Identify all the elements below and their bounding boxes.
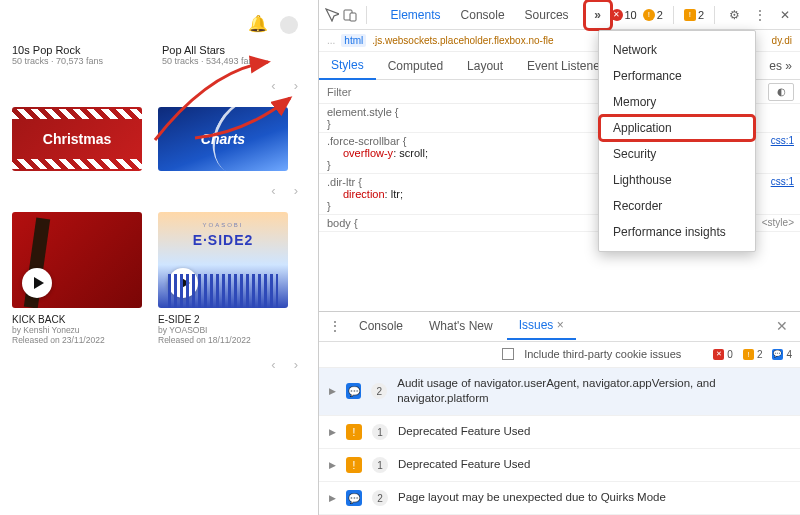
issue-text: Page layout may be unexpected due to Qui… bbox=[398, 490, 666, 506]
issue-row[interactable]: ▶!1Deprecated Feature Used bbox=[319, 449, 800, 482]
issue-count: 2 bbox=[371, 383, 387, 399]
disclosure-triangle-icon[interactable]: ▶ bbox=[329, 427, 336, 437]
play-button[interactable] bbox=[168, 268, 198, 298]
issue-badge-icon: 💬 bbox=[346, 490, 362, 506]
album-artist: by Kenshi Yonezu bbox=[12, 325, 142, 335]
prev-icon[interactable]: ‹ bbox=[271, 183, 275, 198]
inspect-icon[interactable] bbox=[325, 7, 339, 23]
devtools-pane: Elements Console Sources » ✕10 !2 !2 ⚙ ⋮… bbox=[318, 0, 800, 515]
close-icon[interactable]: ✕ bbox=[776, 8, 794, 22]
overflow-item-recorder[interactable]: Recorder bbox=[599, 193, 755, 219]
drawer-tab-console[interactable]: Console bbox=[347, 313, 415, 339]
overflow-item-performance[interactable]: Performance bbox=[599, 63, 755, 89]
bell-icon[interactable]: 🔔 bbox=[248, 15, 268, 32]
disclosure-triangle-icon[interactable]: ▶ bbox=[329, 493, 336, 503]
tabs-overflow-menu: NetworkPerformanceMemoryApplicationSecur… bbox=[598, 30, 756, 252]
issue-text: Deprecated Feature Used bbox=[398, 457, 530, 473]
error-count[interactable]: ✕10 bbox=[611, 9, 637, 21]
issue-text: Audit usage of navigator.userAgent, navi… bbox=[397, 376, 790, 407]
drawer-kebab-icon[interactable]: ⋮ bbox=[325, 319, 345, 333]
play-button[interactable] bbox=[22, 268, 52, 298]
issue-row[interactable]: ▶💬2Page layout may be unexpected due to … bbox=[319, 482, 800, 515]
svg-rect-1 bbox=[350, 13, 356, 21]
collection-sub: 50 tracks · 534,493 fans bbox=[162, 56, 282, 66]
collection-item[interactable]: Pop All Stars 50 tracks · 534,493 fans bbox=[162, 44, 282, 66]
card-label: Charts bbox=[201, 131, 245, 147]
issue-row[interactable]: ▶💬2Audit usage of navigator.userAgent, n… bbox=[319, 368, 800, 416]
device-icon[interactable] bbox=[343, 7, 357, 23]
close-tab-icon[interactable]: × bbox=[557, 318, 564, 332]
issue-row[interactable]: ▶!1Deprecated Feature Used bbox=[319, 416, 800, 449]
include-3p-checkbox[interactable] bbox=[502, 348, 514, 360]
next-icon[interactable]: › bbox=[294, 183, 298, 198]
tab-sources[interactable]: Sources bbox=[515, 2, 579, 28]
issue-badge-icon: ! bbox=[346, 457, 362, 473]
collection-title: Pop All Stars bbox=[162, 44, 282, 56]
music-app-pane: 🔔 10s Pop Rock 50 tracks · 70,573 fans P… bbox=[0, 0, 318, 515]
collection-item[interactable]: 10s Pop Rock 50 tracks · 70,573 fans bbox=[12, 44, 132, 66]
kebab-icon[interactable]: ⋮ bbox=[750, 8, 770, 22]
overflow-item-network[interactable]: Network bbox=[599, 37, 755, 63]
include-3p-label: Include third-party cookie issues bbox=[524, 348, 681, 360]
cover-title: E·SIDE2 bbox=[158, 232, 288, 248]
tab-console[interactable]: Console bbox=[451, 2, 515, 28]
drawer-tab-whatsnew[interactable]: What's New bbox=[417, 313, 505, 339]
overflow-item-lighthouse[interactable]: Lighthouse bbox=[599, 167, 755, 193]
devtools-topbar: Elements Console Sources » ✕10 !2 !2 ⚙ ⋮… bbox=[319, 0, 800, 30]
card-christmas[interactable]: Christmas bbox=[12, 107, 142, 171]
breadcrumb-selected: html bbox=[341, 34, 366, 47]
issue-text: Deprecated Feature Used bbox=[398, 424, 530, 440]
prev-icon[interactable]: ‹ bbox=[271, 357, 275, 372]
warning-count[interactable]: !2 bbox=[643, 9, 663, 21]
album-title: E-SIDE 2 bbox=[158, 314, 288, 325]
issue-count: 1 bbox=[372, 457, 388, 473]
disclosure-triangle-icon[interactable]: ▶ bbox=[329, 460, 336, 470]
next-icon[interactable]: › bbox=[294, 357, 298, 372]
album-artist: by YOASOBI bbox=[158, 325, 288, 335]
album-eside[interactable]: YOASOBI E·SIDE2 E-SIDE 2 by YOASOBI Rele… bbox=[158, 212, 288, 345]
card-label: Christmas bbox=[43, 131, 111, 147]
album-kickback[interactable]: KICK BACK by Kenshi Yonezu Released on 2… bbox=[12, 212, 142, 345]
issues-yellow-count[interactable]: !2 bbox=[743, 349, 763, 360]
hov-toggle[interactable]: ◐ bbox=[768, 83, 794, 101]
tab-styles[interactable]: Styles bbox=[319, 52, 376, 80]
tabs-overflow-button[interactable]: » bbox=[589, 5, 607, 25]
tab-computed[interactable]: Computed bbox=[376, 53, 455, 79]
tab-layout[interactable]: Layout bbox=[455, 53, 515, 79]
cover-brand: YOASOBI bbox=[158, 222, 288, 228]
prev-icon[interactable]: ‹ bbox=[271, 78, 275, 93]
collection-sub: 50 tracks · 70,573 fans bbox=[12, 56, 132, 66]
album-date: Released on 18/11/2022 bbox=[158, 335, 288, 345]
album-title: KICK BACK bbox=[12, 314, 142, 325]
drawer-tab-issues[interactable]: Issues × bbox=[507, 312, 576, 340]
issues-blue-count[interactable]: 💬4 bbox=[772, 349, 792, 360]
issues-red-count[interactable]: ✕0 bbox=[713, 349, 733, 360]
overflow-item-memory[interactable]: Memory bbox=[599, 89, 755, 115]
album-date: Released on 23/11/2022 bbox=[12, 335, 142, 345]
disclosure-triangle-icon[interactable]: ▶ bbox=[329, 386, 336, 396]
next-icon[interactable]: › bbox=[294, 78, 298, 93]
issue-badge-icon: ! bbox=[346, 424, 362, 440]
devtools-drawer: ⋮ Console What's New Issues × ✕ Include … bbox=[319, 311, 800, 515]
card-charts[interactable]: Charts bbox=[158, 107, 288, 171]
tab-elements[interactable]: Elements bbox=[381, 2, 451, 28]
issue-count: 2 bbox=[372, 490, 388, 506]
overflow-item-performance-insights[interactable]: Performance insights bbox=[599, 219, 755, 245]
gear-icon[interactable]: ⚙ bbox=[725, 8, 744, 22]
issue-count: 1 bbox=[372, 424, 388, 440]
avatar[interactable] bbox=[280, 16, 298, 34]
issues-count[interactable]: !2 bbox=[684, 9, 704, 21]
collection-title: 10s Pop Rock bbox=[12, 44, 132, 56]
drawer-close-icon[interactable]: ✕ bbox=[770, 318, 794, 334]
issue-badge-icon: 💬 bbox=[346, 383, 361, 399]
chevron-right-icon[interactable]: » bbox=[785, 59, 792, 73]
overflow-item-application[interactable]: Application bbox=[599, 115, 755, 141]
overflow-item-security[interactable]: Security bbox=[599, 141, 755, 167]
